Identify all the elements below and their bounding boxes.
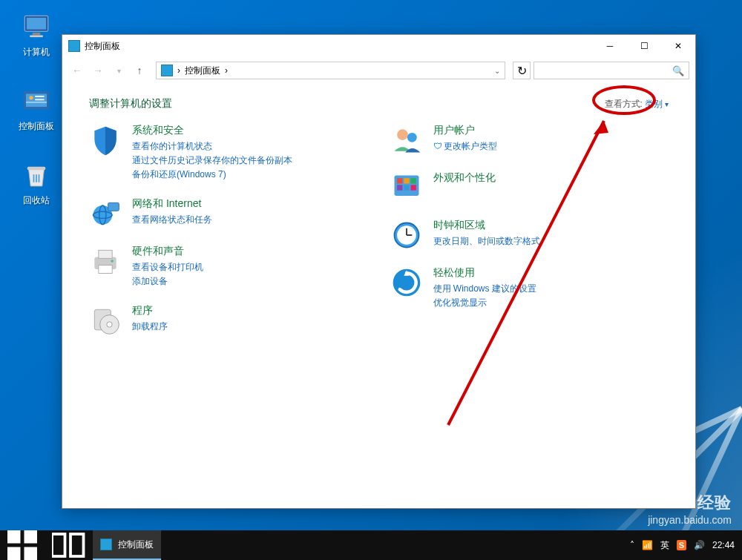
people-icon (390, 124, 423, 157)
view-by-dropdown[interactable]: 类别 (645, 99, 669, 109)
up-button[interactable]: ↑ (131, 62, 148, 79)
svg-rect-7 (35, 96, 44, 97)
printer-icon (89, 245, 122, 277)
desktop-icon-recycle-bin[interactable]: 回收站 (10, 160, 62, 207)
page-title: 调整计算机的设置 (89, 97, 172, 111)
category-link[interactable]: 添加设备 (132, 275, 203, 288)
svg-rect-44 (70, 534, 84, 556)
category-link[interactable]: 备份和还原(Windows 7) (132, 168, 292, 181)
search-input[interactable] (539, 65, 672, 76)
category-title[interactable]: 用户帐户 (433, 124, 497, 137)
category-link[interactable]: 通过文件历史记录保存你的文件备份副本 (132, 154, 292, 167)
category-title[interactable]: 系统和安全 (132, 124, 292, 137)
minimize-button[interactable]: ─ (593, 35, 627, 57)
svg-rect-43 (52, 534, 65, 556)
svg-rect-41 (7, 547, 21, 561)
svg-rect-2 (33, 33, 41, 36)
recent-dropdown[interactable]: ▾ (110, 62, 128, 79)
svg-rect-26 (404, 178, 409, 183)
desktop-icon-computer[interactable]: 计算机 (10, 12, 62, 59)
category-title[interactable]: 外观和个性化 (433, 171, 496, 185)
control-panel-mini-icon (161, 65, 173, 76)
svg-rect-16 (99, 250, 112, 258)
category-link[interactable]: 优化视觉显示 (433, 297, 536, 309)
recycle-bin-icon (21, 160, 52, 191)
svg-point-21 (107, 322, 112, 327)
app-icon (68, 40, 80, 52)
svg-rect-39 (7, 530, 21, 544)
view-by-label: 查看方式: (605, 99, 643, 109)
taskbar-clock[interactable]: 22:44 (712, 540, 735, 550)
category-network: 网络和 Internet 查看网络状态和任务 (89, 197, 368, 230)
clock-icon (390, 219, 423, 251)
address-dropdown-icon[interactable]: ⌄ (494, 67, 500, 75)
category-link[interactable]: 更改日期、时间或数字格式 (433, 235, 540, 248)
category-title[interactable]: 硬件和声音 (132, 245, 203, 258)
category-link[interactable]: 查看你的计算机状态 (132, 140, 292, 153)
globe-icon (89, 197, 122, 230)
category-title[interactable]: 时钟和区域 (433, 219, 540, 232)
back-button[interactable]: ← (68, 62, 86, 79)
desktop-icon-label: 回收站 (10, 194, 62, 207)
category-link[interactable]: 卸载程序 (132, 320, 168, 333)
breadcrumb-sep: › (177, 65, 180, 76)
system-tray: ˄ 📶 英 S 🔊 22:44 (630, 539, 742, 552)
navigation-bar: ← → ▾ ↑ › 控制面板 › ⌄ ↻ 🔍 (62, 57, 695, 84)
category-title[interactable]: 轻松使用 (433, 266, 536, 280)
category-link[interactable]: 使用 Windows 建议的设置 (433, 283, 536, 295)
window-title: 控制面板 (85, 40, 593, 53)
control-panel-icon (21, 86, 52, 117)
control-panel-window: 控制面板 ─ ☐ ✕ ← → ▾ ↑ › 控制面板 › ⌄ ↻ 🔍 调整计算机的… (62, 34, 696, 509)
search-bar[interactable]: 🔍 (533, 62, 689, 79)
tray-volume-icon[interactable]: 🔊 (694, 540, 705, 550)
svg-rect-3 (30, 36, 43, 38)
control-panel-mini-icon (100, 538, 112, 550)
ime-language-indicator[interactable]: 英 (660, 539, 669, 552)
svg-rect-30 (410, 185, 416, 190)
close-button[interactable]: ✕ (661, 35, 695, 57)
svg-rect-10 (27, 167, 46, 170)
titlebar[interactable]: 控制面板 ─ ☐ ✕ (62, 35, 695, 57)
svg-rect-1 (27, 18, 46, 30)
taskbar: 控制面板 ˄ 📶 英 S 🔊 22:44 (0, 530, 742, 560)
category-link[interactable]: 查看设备和打印机 (132, 261, 203, 274)
tray-chevron-icon[interactable]: ˄ (630, 540, 634, 550)
svg-rect-14 (108, 202, 119, 211)
category-link[interactable]: 🛡更改帐户类型 (433, 140, 497, 153)
svg-rect-9 (26, 102, 47, 103)
refresh-button[interactable]: ↻ (513, 62, 531, 79)
taskbar-app-label: 控制面板 (118, 538, 154, 551)
view-by-selector: 查看方式: 类别 (605, 98, 669, 111)
address-bar[interactable]: › 控制面板 › ⌄ (156, 62, 505, 79)
taskbar-app-control-panel[interactable]: 控制面板 (93, 530, 161, 560)
forward-button[interactable]: → (89, 62, 107, 79)
ime-sogou-icon[interactable]: S (677, 540, 686, 550)
category-link[interactable]: 查看网络状态和任务 (132, 214, 212, 226)
category-hardware: 硬件和声音 查看设备和打印机 添加设备 (89, 245, 368, 289)
tray-network-icon[interactable]: 📶 (642, 540, 653, 550)
svg-rect-42 (24, 547, 38, 561)
category-ease-of-access: 轻松使用 使用 Windows 建议的设置 优化视觉显示 (390, 266, 669, 311)
desktop-icon-label: 控制面板 (10, 120, 62, 133)
category-appearance: 外观和个性化 (390, 171, 669, 204)
category-programs: 程序 卸载程序 (89, 304, 368, 337)
svg-rect-40 (24, 530, 38, 544)
svg-point-18 (111, 260, 114, 263)
svg-rect-27 (410, 178, 416, 183)
svg-point-6 (29, 96, 33, 99)
svg-rect-17 (99, 266, 112, 274)
svg-rect-25 (397, 178, 402, 183)
search-icon[interactable]: 🔍 (672, 65, 684, 76)
category-clock-region: 时钟和区域 更改日期、时间或数字格式 (390, 219, 669, 251)
start-button[interactable] (0, 530, 45, 560)
svg-point-22 (397, 129, 408, 140)
breadcrumb-item[interactable]: 控制面板 (185, 65, 220, 77)
maximize-button[interactable]: ☐ (627, 35, 661, 57)
category-title[interactable]: 程序 (132, 304, 168, 317)
disc-icon (89, 304, 122, 337)
uac-shield-icon: 🛡 (433, 141, 442, 151)
category-title[interactable]: 网络和 Internet (132, 197, 212, 211)
task-view-button[interactable] (45, 530, 93, 560)
desktop-icon-control-panel[interactable]: 控制面板 (10, 86, 62, 133)
breadcrumb-sep: › (225, 65, 228, 76)
